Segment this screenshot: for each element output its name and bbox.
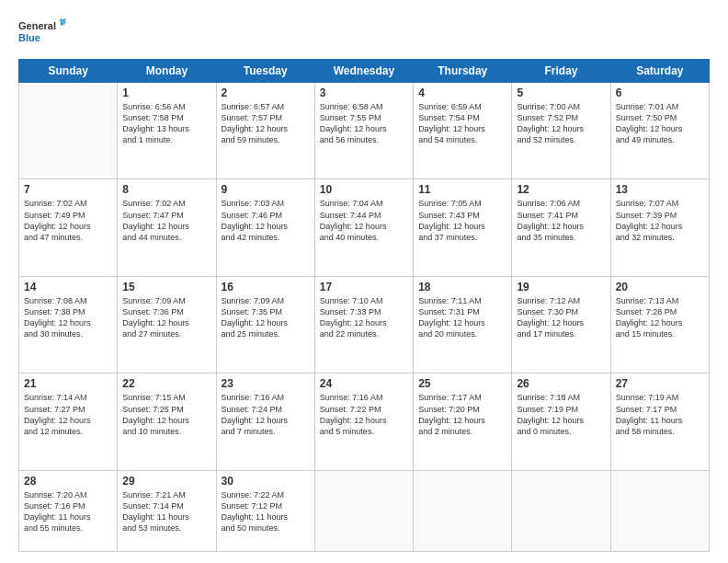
- day-info: Sunrise: 7:16 AM Sunset: 7:22 PM Dayligh…: [320, 392, 408, 437]
- calendar-cell: 10Sunrise: 7:04 AM Sunset: 7:44 PM Dayli…: [314, 179, 413, 276]
- calendar-cell: 11Sunrise: 7:05 AM Sunset: 7:43 PM Dayli…: [414, 179, 512, 276]
- day-info: Sunrise: 7:22 AM Sunset: 7:12 PM Dayligh…: [222, 489, 310, 534]
- day-info: Sunrise: 7:16 AM Sunset: 7:24 PM Dayligh…: [222, 392, 310, 437]
- calendar-cell: 28Sunrise: 7:20 AM Sunset: 7:16 PM Dayli…: [19, 470, 118, 551]
- day-number: 24: [320, 377, 408, 390]
- day-number: 29: [122, 475, 210, 488]
- calendar-week-5: 28Sunrise: 7:20 AM Sunset: 7:16 PM Dayli…: [19, 470, 710, 551]
- calendar-cell: 3Sunrise: 6:58 AM Sunset: 7:55 PM Daylig…: [314, 83, 413, 179]
- day-info: Sunrise: 7:02 AM Sunset: 7:47 PM Dayligh…: [122, 198, 210, 243]
- header: General Blue: [18, 17, 710, 50]
- calendar-week-3: 14Sunrise: 7:08 AM Sunset: 7:38 PM Dayli…: [19, 276, 710, 373]
- calendar-table: SundayMondayTuesdayWednesdayThursdayFrid…: [18, 59, 710, 552]
- day-number: 25: [418, 377, 506, 390]
- day-info: Sunrise: 7:21 AM Sunset: 7:14 PM Dayligh…: [122, 489, 210, 534]
- calendar-cell: 12Sunrise: 7:06 AM Sunset: 7:41 PM Dayli…: [512, 179, 610, 276]
- calendar-cell: 19Sunrise: 7:12 AM Sunset: 7:30 PM Dayli…: [512, 276, 610, 373]
- day-number: 22: [122, 377, 210, 390]
- day-info: Sunrise: 7:06 AM Sunset: 7:41 PM Dayligh…: [517, 198, 605, 243]
- calendar-cell: 2Sunrise: 6:57 AM Sunset: 7:57 PM Daylig…: [216, 83, 314, 179]
- calendar-week-4: 21Sunrise: 7:14 AM Sunset: 7:27 PM Dayli…: [19, 373, 710, 470]
- calendar-cell: 18Sunrise: 7:11 AM Sunset: 7:31 PM Dayli…: [414, 276, 512, 373]
- day-info: Sunrise: 7:05 AM Sunset: 7:43 PM Dayligh…: [418, 198, 506, 243]
- day-info: Sunrise: 6:58 AM Sunset: 7:55 PM Dayligh…: [320, 101, 408, 146]
- day-header-sunday: Sunday: [19, 60, 118, 83]
- calendar-cell: 14Sunrise: 7:08 AM Sunset: 7:38 PM Dayli…: [19, 276, 118, 373]
- day-info: Sunrise: 7:10 AM Sunset: 7:33 PM Dayligh…: [320, 295, 408, 340]
- day-info: Sunrise: 7:03 AM Sunset: 7:46 PM Dayligh…: [222, 198, 310, 243]
- day-number: 19: [517, 281, 605, 293]
- day-number: 5: [517, 86, 605, 99]
- day-info: Sunrise: 7:20 AM Sunset: 7:16 PM Dayligh…: [24, 489, 112, 534]
- day-number: 17: [320, 281, 408, 293]
- day-info: Sunrise: 7:04 AM Sunset: 7:44 PM Dayligh…: [320, 198, 408, 243]
- calendar-cell: 27Sunrise: 7:19 AM Sunset: 7:17 PM Dayli…: [610, 373, 709, 470]
- day-number: 3: [320, 86, 408, 99]
- day-header-monday: Monday: [118, 60, 216, 83]
- day-info: Sunrise: 7:19 AM Sunset: 7:17 PM Dayligh…: [616, 392, 704, 437]
- svg-text:General: General: [18, 20, 56, 31]
- svg-marker-3: [59, 18, 66, 26]
- calendar-page: General Blue SundayMondayTuesdayWednesda…: [0, 0, 728, 563]
- calendar-cell: [414, 470, 512, 551]
- calendar-cell: 29Sunrise: 7:21 AM Sunset: 7:14 PM Dayli…: [118, 470, 216, 551]
- calendar-cell: 24Sunrise: 7:16 AM Sunset: 7:22 PM Dayli…: [314, 373, 413, 470]
- calendar-week-1: 1Sunrise: 6:56 AM Sunset: 7:58 PM Daylig…: [19, 83, 710, 179]
- day-number: 18: [418, 281, 506, 293]
- day-number: 4: [418, 86, 506, 99]
- calendar-cell: 6Sunrise: 7:01 AM Sunset: 7:50 PM Daylig…: [610, 83, 709, 179]
- calendar-cell: 30Sunrise: 7:22 AM Sunset: 7:12 PM Dayli…: [216, 470, 314, 551]
- day-number: 7: [24, 183, 112, 196]
- day-info: Sunrise: 7:00 AM Sunset: 7:52 PM Dayligh…: [517, 101, 605, 146]
- calendar-cell: 26Sunrise: 7:18 AM Sunset: 7:19 PM Dayli…: [512, 373, 610, 470]
- calendar-cell: [314, 470, 413, 551]
- day-info: Sunrise: 7:18 AM Sunset: 7:19 PM Dayligh…: [517, 392, 605, 437]
- day-info: Sunrise: 6:56 AM Sunset: 7:58 PM Dayligh…: [122, 101, 210, 146]
- calendar-cell: 1Sunrise: 6:56 AM Sunset: 7:58 PM Daylig…: [118, 83, 216, 179]
- day-header-tuesday: Tuesday: [216, 60, 314, 83]
- day-info: Sunrise: 7:14 AM Sunset: 7:27 PM Dayligh…: [24, 392, 112, 437]
- day-number: 30: [222, 475, 310, 488]
- day-info: Sunrise: 7:15 AM Sunset: 7:25 PM Dayligh…: [122, 392, 210, 437]
- logo: General Blue: [18, 17, 66, 50]
- day-number: 27: [616, 377, 704, 390]
- day-info: Sunrise: 7:11 AM Sunset: 7:31 PM Dayligh…: [418, 295, 506, 340]
- day-info: Sunrise: 7:07 AM Sunset: 7:39 PM Dayligh…: [616, 198, 704, 243]
- calendar-header-row: SundayMondayTuesdayWednesdayThursdayFrid…: [19, 60, 710, 83]
- day-number: 14: [24, 281, 112, 293]
- day-number: 10: [320, 183, 408, 196]
- calendar-cell: [19, 83, 118, 179]
- day-header-wednesday: Wednesday: [314, 60, 413, 83]
- calendar-cell: 5Sunrise: 7:00 AM Sunset: 7:52 PM Daylig…: [512, 83, 610, 179]
- calendar-cell: 16Sunrise: 7:09 AM Sunset: 7:35 PM Dayli…: [216, 276, 314, 373]
- day-number: 16: [222, 281, 310, 293]
- day-info: Sunrise: 7:02 AM Sunset: 7:49 PM Dayligh…: [24, 198, 112, 243]
- day-info: Sunrise: 7:12 AM Sunset: 7:30 PM Dayligh…: [517, 295, 605, 340]
- day-number: 23: [222, 377, 310, 390]
- day-number: 1: [122, 86, 210, 99]
- day-info: Sunrise: 6:57 AM Sunset: 7:57 PM Dayligh…: [222, 101, 310, 146]
- day-number: 12: [517, 183, 605, 196]
- day-number: 26: [517, 377, 605, 390]
- day-number: 9: [222, 183, 310, 196]
- day-header-thursday: Thursday: [414, 60, 512, 83]
- calendar-cell: 15Sunrise: 7:09 AM Sunset: 7:36 PM Dayli…: [118, 276, 216, 373]
- calendar-cell: 20Sunrise: 7:13 AM Sunset: 7:28 PM Dayli…: [610, 276, 709, 373]
- day-header-friday: Friday: [512, 60, 610, 83]
- day-info: Sunrise: 7:09 AM Sunset: 7:36 PM Dayligh…: [122, 295, 210, 340]
- day-number: 15: [122, 281, 210, 293]
- day-number: 6: [616, 86, 704, 99]
- logo-svg: General Blue: [18, 17, 66, 50]
- day-number: 28: [24, 475, 112, 488]
- day-number: 20: [616, 281, 704, 293]
- calendar-cell: 7Sunrise: 7:02 AM Sunset: 7:49 PM Daylig…: [19, 179, 118, 276]
- calendar-cell: 22Sunrise: 7:15 AM Sunset: 7:25 PM Dayli…: [118, 373, 216, 470]
- svg-text:Blue: Blue: [18, 32, 40, 43]
- calendar-cell: 17Sunrise: 7:10 AM Sunset: 7:33 PM Dayli…: [314, 276, 413, 373]
- day-header-saturday: Saturday: [610, 60, 709, 83]
- calendar-cell: 8Sunrise: 7:02 AM Sunset: 7:47 PM Daylig…: [118, 179, 216, 276]
- calendar-cell: 9Sunrise: 7:03 AM Sunset: 7:46 PM Daylig…: [216, 179, 314, 276]
- calendar-cell: 4Sunrise: 6:59 AM Sunset: 7:54 PM Daylig…: [414, 83, 512, 179]
- day-number: 8: [122, 183, 210, 196]
- calendar-cell: 25Sunrise: 7:17 AM Sunset: 7:20 PM Dayli…: [414, 373, 512, 470]
